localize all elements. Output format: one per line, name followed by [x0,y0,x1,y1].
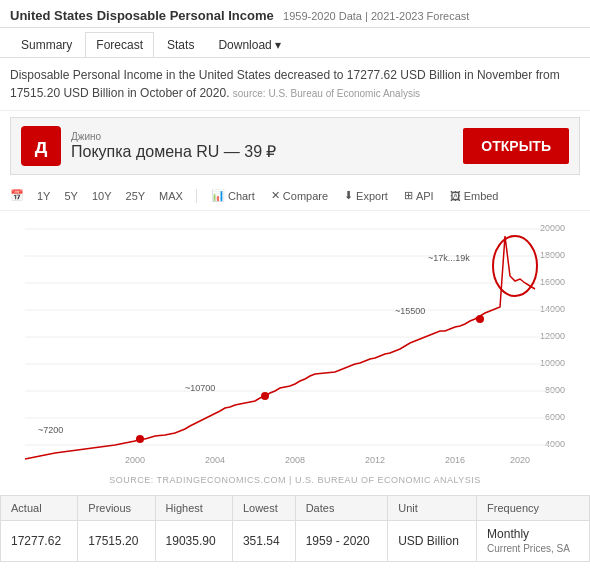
chart-button[interactable]: 📊 Chart [205,187,261,204]
cell-dates: 1959 - 2020 [295,521,388,562]
chart-label: Chart [228,190,255,202]
compare-button[interactable]: ✕ Compare [265,187,334,204]
export-button[interactable]: ⬇ Export [338,187,394,204]
api-icon: ⊞ [404,189,413,202]
chart-container: 20000 18000 16000 14000 12000 10000 8000… [10,211,580,471]
svg-text:2012: 2012 [365,455,385,465]
data-table: Actual Previous Highest Lowest Dates Uni… [0,495,590,562]
embed-label: Embed [464,190,499,202]
chart-source: SOURCE: TRADINGECONOMICS.COM | U.S. BURE… [0,471,590,491]
svg-text:6000: 6000 [545,412,565,422]
svg-point-26 [261,392,269,400]
tab-stats[interactable]: Stats [156,32,205,57]
api-button[interactable]: ⊞ API [398,187,440,204]
svg-text:20000: 20000 [540,223,565,233]
export-label: Export [356,190,388,202]
time-10y[interactable]: 10Y [87,188,117,204]
chart-controls: 📅 1Y 5Y 10Y 25Y MAX 📊 Chart ✕ Compare ⬇ … [0,181,590,211]
svg-text:~7200: ~7200 [38,425,63,435]
embed-button[interactable]: 🖼 Embed [444,188,505,204]
svg-text:~17k...19k: ~17k...19k [428,253,470,263]
ad-main-text: Покупка домена RU — 39 ₽ [71,142,453,161]
col-lowest: Lowest [232,496,295,521]
svg-text:18000: 18000 [540,250,565,260]
svg-text:2016: 2016 [445,455,465,465]
time-1y[interactable]: 1Y [32,188,55,204]
time-max[interactable]: MAX [154,188,188,204]
svg-text:~10700: ~10700 [185,383,215,393]
header-subtitle: 1959-2020 Data | 2021-2023 Forecast [283,10,469,22]
calendar-icon: 📅 [10,189,24,202]
ad-content: Джино Покупка домена RU — 39 ₽ [71,131,453,161]
description-source: source: U.S. Bureau of Economic Analysis [233,88,420,99]
svg-text:2004: 2004 [205,455,225,465]
col-frequency: Frequency [477,496,590,521]
ad-icon: д [21,126,61,166]
ad-small-text: Джино [71,131,453,142]
export-icon: ⬇ [344,189,353,202]
cell-frequency-extra: Current Prices, SA [487,543,570,554]
chart-svg: 20000 18000 16000 14000 12000 10000 8000… [10,211,580,471]
svg-text:2000: 2000 [125,455,145,465]
svg-text:2008: 2008 [285,455,305,465]
cell-lowest: 351.54 [232,521,295,562]
compare-icon: ✕ [271,189,280,202]
svg-text:16000: 16000 [540,277,565,287]
compare-label: Compare [283,190,328,202]
separator-1 [196,189,197,203]
col-highest: Highest [155,496,232,521]
cell-unit: USD Billion [388,521,477,562]
cell-actual: 17277.62 [1,521,78,562]
embed-icon: 🖼 [450,190,461,202]
ad-banner[interactable]: д Джино Покупка домена RU — 39 ₽ ОТКРЫТЬ [10,117,580,175]
svg-point-24 [136,435,144,443]
ad-open-button[interactable]: ОТКРЫТЬ [463,128,569,164]
col-dates: Dates [295,496,388,521]
api-label: API [416,190,434,202]
time-25y[interactable]: 25Y [121,188,151,204]
tab-download[interactable]: Download ▾ [207,32,292,57]
svg-point-28 [476,315,484,323]
col-previous: Previous [78,496,155,521]
cell-previous: 17515.20 [78,521,155,562]
page-wrapper: United States Disposable Personal Income… [0,0,590,562]
chart-icon: 📊 [211,189,225,202]
svg-text:2020: 2020 [510,455,530,465]
tab-forecast[interactable]: Forecast [85,32,154,57]
svg-text:10000: 10000 [540,358,565,368]
svg-text:~15500: ~15500 [395,306,425,316]
svg-text:8000: 8000 [545,385,565,395]
svg-text:14000: 14000 [540,304,565,314]
tab-bar: Summary Forecast Stats Download ▾ [0,28,590,58]
cell-frequency: Monthly Current Prices, SA [477,521,590,562]
svg-text:12000: 12000 [540,331,565,341]
svg-point-31 [493,236,537,296]
svg-text:4000: 4000 [545,439,565,449]
time-5y[interactable]: 5Y [59,188,82,204]
cell-highest: 19035.90 [155,521,232,562]
header-title: United States Disposable Personal Income [10,8,274,23]
col-actual: Actual [1,496,78,521]
tab-summary[interactable]: Summary [10,32,83,57]
table-row: 17277.62 17515.20 19035.90 351.54 1959 -… [1,521,590,562]
header: United States Disposable Personal Income… [0,0,590,28]
description: Disposable Personal Income in the United… [0,58,590,111]
col-unit: Unit [388,496,477,521]
